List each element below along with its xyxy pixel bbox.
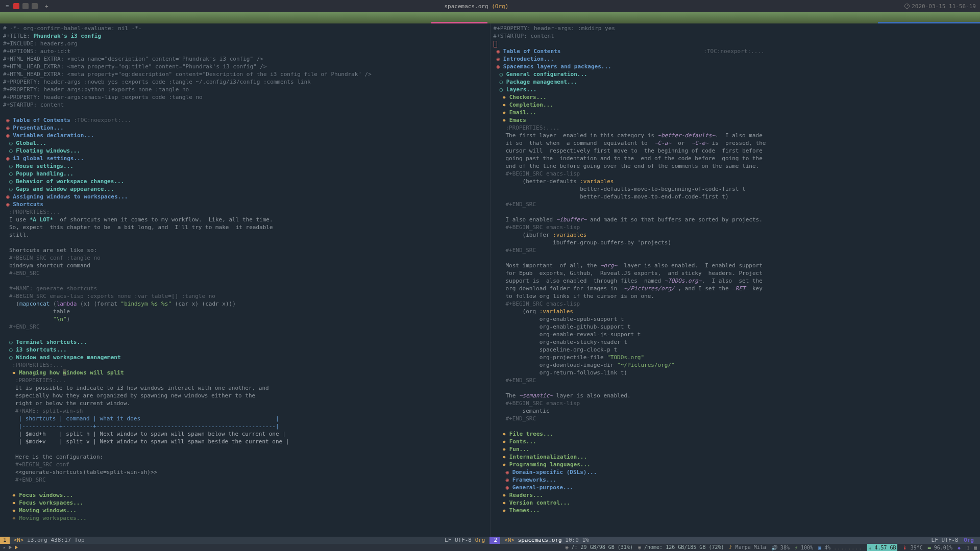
heading[interactable]: Spacemacs layers and packages...	[503, 63, 611, 70]
src-end: #+END_SRC	[9, 269, 487, 277]
heading[interactable]: Focus windows...	[19, 492, 73, 498]
workspace-indicators[interactable]: ▸	[3, 544, 18, 552]
property: #+PROPERTY: header-args: :mkdirp yes	[494, 24, 977, 32]
window-controls: ≡ +	[4, 3, 48, 10]
window-number: 2	[491, 537, 501, 544]
heading[interactable]: Focus workspaces...	[19, 499, 83, 506]
maximize-button[interactable]	[22, 3, 29, 9]
heading[interactable]: Assigning windows to workspaces...	[13, 193, 128, 200]
heading[interactable]: Checkers...	[509, 94, 547, 101]
verbatim: ~org~	[600, 262, 617, 269]
bullet-icon: ○	[9, 147, 13, 154]
bullet-icon: ○	[9, 346, 13, 353]
heading[interactable]: Emacs	[509, 117, 526, 123]
bullet-icon: ✸	[503, 461, 506, 468]
workspace-icon[interactable]: ▸	[3, 544, 6, 552]
heading[interactable]: General configuration...	[506, 71, 587, 78]
heading[interactable]: Internationalization...	[509, 454, 587, 460]
bullet-icon: ◉	[6, 193, 10, 200]
properties-drawer[interactable]: :PROPERTIES:...	[15, 377, 66, 384]
keyword: lambda	[57, 300, 77, 307]
modeline-left: 1 <N> i3.org 438:17 Top LF UTF-8 Org	[0, 537, 489, 544]
heading[interactable]: Popup handling...	[16, 170, 74, 177]
property: #+PROPERTY: header-args :noweb yes :expo…	[3, 78, 487, 86]
modeline: 1 <N> i3.org 438:17 Top LF UTF-8 Org 2 <…	[0, 537, 980, 544]
code: bindsym shortcut command	[9, 262, 487, 269]
properties-drawer[interactable]: :PROPERTIES:...	[9, 209, 60, 215]
menu-icon[interactable]: ≡	[4, 3, 10, 9]
heading[interactable]: indows will split	[66, 369, 124, 376]
heading[interactable]: Completion...	[509, 102, 553, 108]
heading[interactable]: Themes...	[509, 507, 540, 514]
heading[interactable]: Window and workspace management	[16, 354, 120, 361]
window-number: 1	[0, 537, 10, 544]
keyword: :variables	[580, 178, 614, 185]
heading[interactable]: Mouse settings...	[16, 163, 74, 169]
tray-icon[interactable]: ▦	[974, 544, 977, 552]
code: (ibuffer	[506, 232, 553, 238]
properties-drawer[interactable]: :PROPERTIES:...	[12, 362, 63, 368]
text: The first layer enabled in this category…	[506, 132, 658, 139]
heading[interactable]: Fun...	[509, 446, 530, 453]
heading[interactable]: Domain-specific (DSLs)...	[512, 469, 597, 475]
code: org-download-image-dir	[506, 362, 618, 368]
heading[interactable]: Terminal shortcuts...	[16, 339, 87, 345]
tray-icon[interactable]: ◆	[958, 544, 961, 552]
verbatim: ~better-defaults~	[658, 132, 716, 139]
tray-icon[interactable]: ⬚	[966, 544, 969, 552]
text: cursor will respectively first move to t…	[506, 147, 977, 155]
text: for Epub exports, Github, Reveal.JS expo…	[506, 269, 977, 277]
right-pane[interactable]: #+PROPERTY: header-args: :mkdirp yes #+S…	[491, 23, 981, 537]
heading[interactable]: Managing how	[19, 369, 63, 376]
heading[interactable]: Global...	[16, 140, 46, 146]
options: #+OPTIONS: auto-id:t	[3, 47, 487, 55]
bullet-icon: ✸	[12, 499, 16, 506]
close-button[interactable]	[13, 3, 19, 9]
paren: )	[67, 316, 70, 322]
heading-toc[interactable]: Table of Contents	[503, 48, 561, 55]
properties-drawer[interactable]: :PROPERTIES:....	[506, 124, 560, 131]
text: layer is also enabled.	[553, 392, 630, 399]
heading-toc[interactable]: Table of Contents	[13, 117, 70, 123]
encoding: LF UTF-8	[445, 537, 472, 543]
play-icon[interactable]	[9, 545, 12, 549]
heading[interactable]: i3 shortcuts...	[16, 346, 66, 353]
code: (x) (format	[77, 300, 120, 307]
verbatim: ~C-e~	[692, 140, 708, 146]
heading[interactable]: Moving windows...	[19, 507, 77, 514]
text: Most important of all, the	[506, 262, 600, 269]
bullet-icon: ◉	[6, 124, 10, 131]
left-pane[interactable]: # -*- org-confirm-babel-evaluate: nil -*…	[0, 23, 491, 537]
heading[interactable]: General-purpose...	[512, 484, 573, 491]
heading[interactable]: Fonts...	[509, 438, 536, 445]
heading[interactable]: Programming languages...	[509, 461, 591, 468]
heading[interactable]: Moving workspaces...	[19, 515, 86, 521]
heading[interactable]: File trees...	[509, 431, 553, 437]
heading[interactable]: i3 global settings...	[13, 155, 84, 162]
text: right or below the current window.	[15, 399, 487, 407]
heading[interactable]: Presentation...	[13, 124, 63, 131]
bullet-icon: ○	[9, 186, 13, 192]
play-icon[interactable]	[15, 545, 18, 549]
heading[interactable]: Layers...	[506, 86, 537, 93]
heading[interactable]: Introduction...	[503, 56, 554, 62]
code: org-enable-sticky-header t	[506, 338, 977, 346]
heading[interactable]: Package management...	[506, 79, 577, 85]
heading[interactable]: Gaps and window appearance...	[16, 186, 114, 192]
heading[interactable]: Behavior of workspace changes...	[16, 178, 124, 185]
heading[interactable]: Email...	[509, 109, 536, 116]
heading[interactable]: Version control...	[509, 499, 570, 506]
src-begin: #+BEGIN_SRC emacs-lisp	[506, 223, 977, 231]
new-tab-icon[interactable]: +	[45, 3, 48, 10]
heading[interactable]: Frameworks...	[512, 477, 556, 483]
heading[interactable]: Floating windows...	[16, 147, 80, 154]
tile-button[interactable]	[32, 3, 38, 9]
heading[interactable]: Shortcuts	[13, 201, 43, 208]
property: #+PROPERTY: header-args:emacs-lisp :expo…	[3, 93, 487, 101]
bullet-icon: ◉	[506, 477, 509, 483]
ws	[9, 316, 53, 322]
text: Here is the configuration:	[15, 453, 487, 461]
bullet-icon: ○	[9, 178, 13, 185]
heading[interactable]: Readers...	[509, 492, 543, 498]
heading[interactable]: Variables declaration...	[13, 132, 94, 139]
